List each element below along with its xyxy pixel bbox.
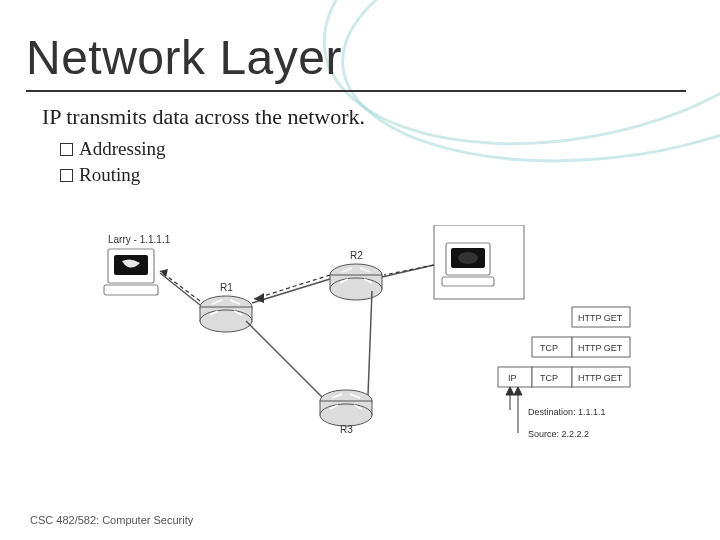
svg-point-7: [458, 252, 478, 264]
svg-line-24: [254, 275, 330, 299]
annotation-source: Source: 2.2.2.2: [528, 429, 589, 439]
bullet-item: Addressing: [60, 138, 166, 160]
host-right-box: [434, 225, 524, 299]
router-r1: R1: [200, 282, 252, 332]
annotation-arrows: [506, 387, 522, 433]
router-r2: R2: [330, 250, 382, 300]
decorative-arc-2: [329, 0, 720, 187]
bullet-list: Addressing Routing: [60, 138, 166, 190]
svg-line-19: [246, 321, 322, 397]
svg-rect-6: [442, 277, 494, 286]
host-left-icon: [104, 249, 158, 295]
bullet-item: Routing: [60, 164, 166, 186]
svg-point-13: [330, 278, 382, 300]
bullet-label: Addressing: [79, 138, 166, 160]
square-bullet-icon: [60, 169, 73, 182]
svg-marker-36: [514, 387, 522, 395]
square-bullet-icon: [60, 143, 73, 156]
network-links: [160, 265, 434, 397]
bullet-label: Routing: [79, 164, 140, 186]
selected-path: [160, 265, 434, 303]
router-r3-label: R3: [340, 424, 353, 435]
router-r2-label: R2: [350, 250, 363, 261]
router-r3: R3: [320, 390, 372, 435]
svg-point-16: [320, 404, 372, 426]
stack-r2-c2: HTTP GET: [578, 343, 623, 353]
intro-text: IP transmits data across the network.: [42, 104, 365, 130]
router-r1-label: R1: [220, 282, 233, 293]
host-left-label: Larry - 1.1.1.1: [108, 234, 171, 245]
title-underline: [26, 90, 686, 92]
host-right-icon: [442, 243, 494, 286]
slide-title: Network Layer: [26, 30, 342, 85]
annotation-destination: Destination: 1.1.1.1: [528, 407, 606, 417]
svg-line-20: [368, 291, 372, 395]
network-diagram: Larry - 1.1.1.1 Bob - 2.2.2.2 R1 R2: [100, 225, 640, 465]
slide-footer: CSC 482/582: Computer Security: [30, 514, 193, 526]
svg-line-17: [160, 273, 200, 305]
stack-r2-c1: TCP: [540, 343, 558, 353]
packet-stack: HTTP GET TCP HTTP GET IP TCP HTTP GET: [498, 307, 630, 387]
svg-point-10: [200, 310, 252, 332]
svg-marker-34: [506, 387, 514, 395]
stack-r3-c1: IP: [508, 373, 517, 383]
stack-r3-c3: HTTP GET: [578, 373, 623, 383]
stack-r3-c2: TCP: [540, 373, 558, 383]
stack-r1-c1: HTTP GET: [578, 313, 623, 323]
svg-rect-2: [104, 285, 158, 295]
